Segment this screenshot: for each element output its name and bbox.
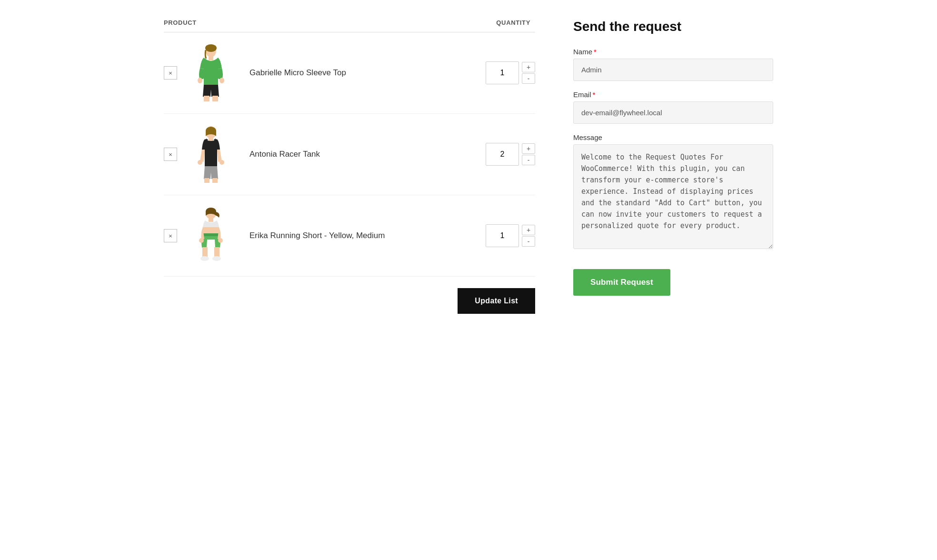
product-3-qty-minus[interactable]: - xyxy=(522,236,535,247)
svg-rect-14 xyxy=(209,219,213,222)
table-row: × xyxy=(164,114,535,195)
product-2-qty-buttons: + - xyxy=(522,143,535,165)
product-1-quantity-control: 1 + - xyxy=(486,61,535,84)
remove-product-2-button[interactable]: × xyxy=(164,148,177,161)
product-3-qty-buttons: + - xyxy=(522,225,535,247)
product-1-image xyxy=(185,42,237,104)
product-2-quantity-control: 2 + - xyxy=(486,143,535,166)
message-label: Message xyxy=(573,133,773,141)
svg-point-18 xyxy=(218,238,223,243)
product-3-quantity-control: 1 + - xyxy=(486,224,535,247)
svg-rect-16 xyxy=(202,233,220,236)
table-row: × xyxy=(164,195,535,277)
svg-rect-12 xyxy=(212,178,218,183)
product-1-qty-buttons: + - xyxy=(522,62,535,84)
product-2-image xyxy=(185,123,237,185)
email-group: Email* xyxy=(573,90,773,124)
email-required-star: * xyxy=(593,90,596,99)
svg-point-17 xyxy=(199,238,204,243)
page-wrapper: PRODUCT QUANTITY × xyxy=(135,0,802,333)
remove-product-3-button[interactable]: × xyxy=(164,229,177,242)
product-3-name: Erika Running Short - Yellow, Medium xyxy=(245,231,478,240)
product-table: PRODUCT QUANTITY × xyxy=(164,19,535,314)
update-row: Update List xyxy=(164,277,535,314)
table-row: × xyxy=(164,32,535,114)
request-form: Send the request Name* Email* Message We… xyxy=(573,19,773,314)
svg-point-10 xyxy=(219,160,224,165)
product-2-name: Antonia Racer Tank xyxy=(245,150,478,159)
product-2-quantity-input[interactable]: 2 xyxy=(486,143,519,166)
remove-product-1-button[interactable]: × xyxy=(164,66,177,80)
svg-rect-5 xyxy=(204,96,209,101)
product-1-quantity-input[interactable]: 1 xyxy=(486,61,519,84)
svg-rect-20 xyxy=(214,247,219,258)
email-input[interactable] xyxy=(573,101,773,124)
form-title: Send the request xyxy=(573,19,773,34)
svg-point-9 xyxy=(198,160,202,165)
name-group: Name* xyxy=(573,48,773,81)
product-3-qty-plus[interactable]: + xyxy=(522,225,535,235)
email-label: Email* xyxy=(573,90,773,99)
name-input[interactable] xyxy=(573,59,773,81)
svg-point-21 xyxy=(200,256,209,261)
product-1-qty-plus[interactable]: + xyxy=(522,62,535,72)
message-textarea[interactable]: Welcome to the Request Quotes For WooCom… xyxy=(573,144,773,249)
svg-rect-19 xyxy=(202,247,208,258)
svg-point-1 xyxy=(205,44,217,52)
svg-rect-6 xyxy=(212,96,218,101)
product-2-qty-plus[interactable]: + xyxy=(522,143,535,154)
svg-rect-15 xyxy=(203,227,219,234)
svg-point-22 xyxy=(212,256,221,261)
col-product-header: PRODUCT xyxy=(164,19,197,26)
name-required-star: * xyxy=(594,48,597,56)
product-3-quantity-input[interactable]: 1 xyxy=(486,224,519,247)
product-1-name: Gabrielle Micro Sleeve Top xyxy=(245,68,478,78)
svg-rect-2 xyxy=(209,57,213,60)
product-3-image xyxy=(185,205,237,267)
name-label: Name* xyxy=(573,48,773,56)
product-2-qty-minus[interactable]: - xyxy=(522,155,535,165)
svg-point-3 xyxy=(198,78,202,83)
submit-request-button[interactable]: Submit Request xyxy=(573,269,670,296)
product-1-qty-minus[interactable]: - xyxy=(522,73,535,84)
message-group: Message Welcome to the Request Quotes Fo… xyxy=(573,133,773,251)
col-quantity-header: QUANTITY xyxy=(496,19,530,26)
svg-point-4 xyxy=(219,78,224,83)
update-list-button[interactable]: Update List xyxy=(458,288,535,314)
table-header: PRODUCT QUANTITY xyxy=(164,19,535,32)
svg-rect-11 xyxy=(204,178,209,183)
